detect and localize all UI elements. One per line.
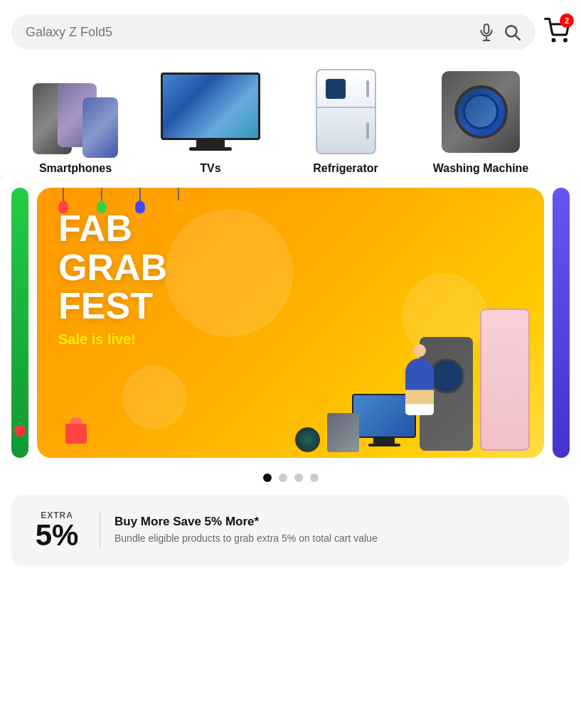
fridge-art [289,65,403,158]
mic-icon [477,23,496,41]
promo-percentage-block: EXTRA 5% [28,510,85,550]
phone-art [18,65,132,158]
category-item-smartphones[interactable]: Smartphones [11,65,139,175]
washer-inner [463,94,499,129]
carousel-dots [0,464,581,489]
hang-line-3 [139,188,141,200]
svg-point-6 [565,39,567,41]
banner-person [405,344,434,415]
hang-item-4 [174,188,183,213]
smartphones-label: Smartphones [39,162,112,175]
mic-button[interactable] [477,23,496,41]
search-input[interactable] [26,25,470,40]
refrigerator-label: Refrigerator [313,162,378,175]
banner-section: FAB GRAB FEST Sale is live! [0,181,581,464]
fridge-body [316,69,376,154]
banner-side-left [11,188,28,458]
promo-percentage: 5% [36,520,79,550]
promo-description: Bundle eligible products to grab extra 5… [114,532,553,546]
dot-4[interactable] [310,473,319,482]
tv-base [189,147,232,151]
category-item-refrigerator[interactable]: Refrigerator [282,65,410,175]
washer-drum [454,85,508,139]
phone-third [82,97,118,158]
banner-main[interactable]: FAB GRAB FEST Sale is live! [37,188,544,458]
banner-carousel: FAB GRAB FEST Sale is live! [11,188,570,458]
dot-2[interactable] [279,473,287,482]
search-icon [503,23,521,41]
bg-circle-1 [165,209,293,337]
tv-screen [161,73,260,140]
search-button[interactable] [503,23,521,41]
washer-body [442,71,520,153]
washing-machine-image [424,65,538,158]
person-head [413,344,426,357]
bg-circle-3 [122,365,186,429]
fridge-bottom [317,108,375,153]
svg-point-5 [553,39,555,41]
washing-machine-label: Washing Machine [433,162,529,175]
banner-side-right [553,188,570,458]
banner-title: FAB GRAB FEST [58,209,167,326]
banner-text: FAB GRAB FEST Sale is live! [58,209,167,348]
banner-products [288,245,544,458]
lantern-4 [174,200,183,213]
product-tablet [327,413,359,452]
product-washer-drum [429,358,464,394]
product-fridge [480,309,530,451]
hang-line-1 [63,188,64,200]
banner-line3: FEST [58,287,167,326]
product-tv-base [368,444,400,446]
tvs-label: TVs [200,162,220,175]
banner-line1: FAB [58,209,167,248]
search-bar[interactable] [11,14,535,50]
person-body [405,358,434,415]
cart-badge: 2 [560,14,574,28]
promo-banner: EXTRA 5% Buy More Save 5% More* Bundle e… [11,495,570,566]
promo-title: Buy More Save 5% More* [114,515,553,529]
tv-art [154,65,267,158]
category-item-washing-machine[interactable]: Washing Machine [417,65,545,175]
dot-1[interactable] [263,473,272,482]
washer-art [424,65,538,158]
smartphones-image [18,65,132,158]
hang-line-4 [178,188,179,200]
tv-stand [196,140,225,147]
banner-subtitle: Sale is live! [58,331,167,348]
promo-text-block: Buy More Save 5% More* Bundle eligible p… [114,515,553,546]
fridge-handle-bottom [366,122,369,139]
fridge-display [326,79,346,99]
category-item-tvs[interactable]: TVs [146,65,274,175]
product-speaker [295,427,320,452]
product-tv-stand [373,438,395,444]
promo-divider [100,513,100,548]
category-row: Smartphones TVs [0,58,581,181]
svg-line-4 [516,36,520,40]
tvs-image [154,65,267,158]
svg-rect-0 [484,24,489,33]
gift-area [65,424,87,444]
hang-line-2 [101,188,102,200]
header: 2 [0,0,581,58]
banner-line2: GRAB [58,248,167,287]
refrigerator-image [289,65,403,158]
gift-box-1 [65,424,87,444]
fridge-handle-top [366,80,369,97]
cart-button[interactable]: 2 [544,18,570,46]
gift-bow [70,418,82,424]
dot-3[interactable] [294,473,303,482]
